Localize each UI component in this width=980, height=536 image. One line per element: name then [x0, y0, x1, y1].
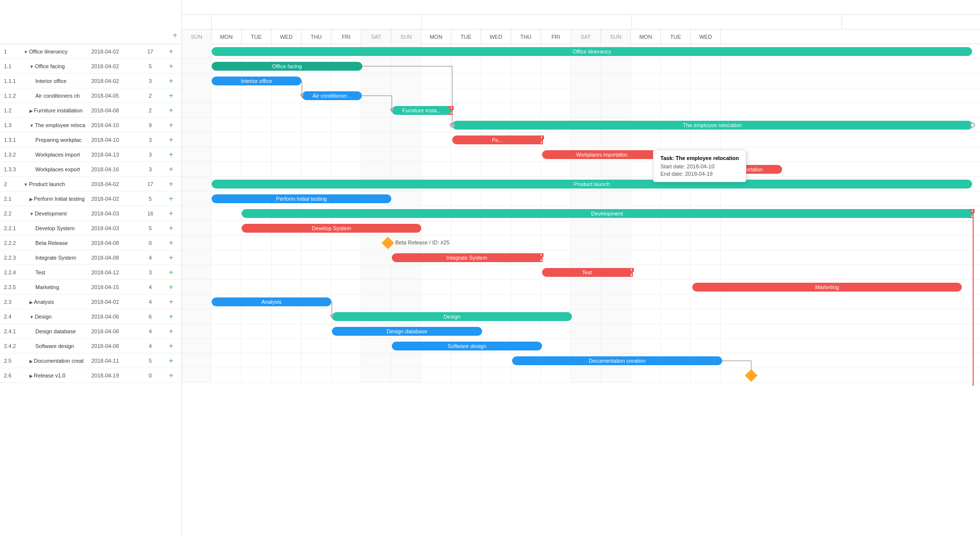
add-task-button[interactable]: +: [165, 150, 177, 159]
task-name-cell: ▼The employee reloca: [24, 122, 91, 128]
add-header: +: [169, 31, 181, 40]
expand-icon[interactable]: ▼: [29, 212, 34, 216]
task-row-1-3: 1.3▼The employee reloca2018-04-109+: [0, 118, 181, 133]
start-cell: 2018-04-05: [91, 93, 136, 99]
task-panel-header: +: [0, 0, 181, 44]
duration-cell: 3: [136, 269, 165, 275]
task-name-cell: ▶Analysis: [24, 299, 91, 305]
add-task-button[interactable]: +: [165, 209, 177, 218]
gantt-bg-row-16: [182, 280, 980, 295]
add-task-button[interactable]: +: [165, 253, 177, 262]
add-task-button[interactable]: +: [165, 180, 177, 188]
add-task-button[interactable]: +: [165, 268, 177, 277]
task-name-cell: Air conditioners ch: [24, 93, 91, 99]
gantt-bg-row-10: [182, 191, 980, 206]
gantt-bg-row-2: [182, 74, 980, 88]
task-name-cell: Design database: [24, 328, 91, 334]
add-task-button[interactable]: +: [165, 283, 177, 292]
wbs-cell: 2.3: [4, 299, 24, 305]
start-cell: 2018-04-02: [91, 78, 136, 84]
day-header-mon-15: MON: [631, 29, 661, 44]
add-task-button[interactable]: +: [165, 224, 177, 233]
day-header-sun-7: SUN: [391, 29, 421, 44]
task-name-cell: Beta Release: [24, 240, 91, 246]
task-row-1: 1▼Office itinerancy2018-04-0217+: [0, 44, 181, 59]
add-task-button[interactable]: +: [165, 297, 177, 306]
day-header-tue-16: TUE: [661, 29, 691, 44]
duration-cell: 16: [136, 211, 165, 216]
task-row-1-3.1: 1.3.1Preparing workplac2018-04-103+: [0, 133, 181, 147]
add-task-button[interactable]: +: [165, 356, 177, 365]
wbs-cell: 1.3.1: [4, 137, 24, 143]
duration-cell: 4: [136, 343, 165, 349]
wbs-cell: 1.1.1: [4, 78, 24, 84]
task-row-2-2: 2.2▼Development2018-04-0316+: [0, 206, 181, 221]
gantt-bg-row-5: [182, 118, 980, 133]
wbs-cell: 2.2: [4, 211, 24, 216]
add-task-button[interactable]: +: [165, 91, 177, 100]
wbs-cell: 2.4.2: [4, 343, 24, 349]
start-cell: 2018-04-16: [91, 166, 136, 172]
start-cell: 2018-04-02: [91, 181, 136, 187]
duration-cell: 2: [136, 107, 165, 113]
expand-icon[interactable]: ▼: [29, 315, 34, 320]
gantt-panel: SUNMONTUEWEDTHUFRISATSUNMONTUEWEDTHUFRIS…: [182, 0, 980, 536]
add-task-button[interactable]: +: [165, 371, 177, 380]
gantt-bg-row-13: [182, 236, 980, 250]
add-task-button[interactable]: +: [165, 77, 177, 85]
wbs-cell: 2.6: [4, 373, 24, 378]
day-header-mon-1: MON: [212, 29, 242, 44]
add-task-button[interactable]: +: [165, 121, 177, 130]
duration-cell: 3: [136, 166, 165, 172]
day-header-fri-12: FRI: [541, 29, 571, 44]
expand-icon[interactable]: ▼: [29, 123, 34, 128]
expand-icon[interactable]: ▶: [29, 374, 33, 378]
expand-icon[interactable]: ▼: [29, 64, 34, 69]
day-header-fri-5: FRI: [331, 29, 361, 44]
task-row-2-4.2: 2.4.2Software design2018-04-084+: [0, 339, 181, 353]
duration-cell: 5: [136, 225, 165, 231]
task-row-1-3.3: 1.3.3Workplaces export2018-04-163+: [0, 162, 181, 177]
day-headers: SUNMONTUEWEDTHUFRISATSUNMONTUEWEDTHUFRIS…: [182, 29, 980, 44]
task-name-cell: ▼Office itinerancy: [24, 49, 91, 54]
expand-icon[interactable]: ▼: [24, 50, 28, 54]
add-task-button[interactable]: +: [165, 135, 177, 144]
wbs-cell: 1: [4, 49, 24, 54]
expand-icon[interactable]: ▶: [29, 108, 33, 113]
expand-icon[interactable]: ▼: [24, 182, 28, 187]
add-task-button[interactable]: +: [165, 106, 177, 115]
task-row-2-2.1: 2.2.1Develop System2018-04-035+: [0, 221, 181, 236]
gantt-bg-row-1: [182, 59, 980, 74]
add-task-button[interactable]: +: [165, 312, 177, 321]
day-header-thu-11: THU: [511, 29, 541, 44]
start-cell: 2018-04-02: [91, 299, 136, 305]
duration-cell: 6: [136, 314, 165, 320]
task-row-2-2.3: 2.2.3Integrate System2018-04-084+: [0, 250, 181, 265]
start-cell: 2018-04-06: [91, 314, 136, 320]
gantt-bg-row-4: [182, 103, 980, 118]
task-name-cell: Develop System: [24, 225, 91, 231]
duration-cell: 5: [136, 358, 165, 364]
day-header-mon-8: MON: [421, 29, 451, 44]
add-task-button[interactable]: +: [165, 342, 177, 350]
add-task-button[interactable]: +: [165, 239, 177, 247]
expand-icon[interactable]: ▶: [29, 359, 33, 364]
add-task-button[interactable]: +: [165, 327, 177, 336]
duration-cell: 0: [136, 373, 165, 378]
day-header-wed-3: WED: [272, 29, 301, 44]
task-name-cell: Preparing workplac: [24, 137, 91, 143]
wbs-cell: 1.1.2: [4, 93, 24, 99]
duration-cell: 3: [136, 137, 165, 143]
add-task-button[interactable]: +: [165, 47, 177, 56]
add-task-button[interactable]: +: [165, 194, 177, 203]
start-cell: 2018-04-08: [91, 107, 136, 113]
add-task-button[interactable]: +: [165, 62, 177, 71]
day-header-tue-9: TUE: [451, 29, 481, 44]
wbs-cell: 2.2.1: [4, 225, 24, 231]
task-row-1-1.1: 1.1.1Interior office2018-04-023+: [0, 74, 181, 88]
expand-icon[interactable]: ▶: [29, 300, 33, 305]
task-name-cell: ▼Office facing: [24, 63, 91, 69]
task-row-1-1: 1.1▼Office facing2018-04-025+: [0, 59, 181, 74]
expand-icon[interactable]: ▶: [29, 197, 33, 202]
add-task-button[interactable]: +: [165, 165, 177, 174]
